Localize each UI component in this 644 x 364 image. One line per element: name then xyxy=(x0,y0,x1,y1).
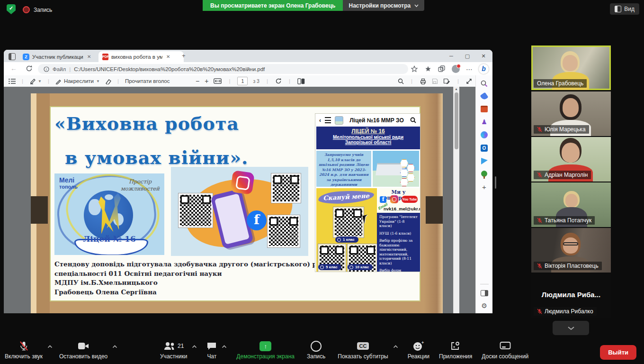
search-icon[interactable] xyxy=(398,78,404,84)
facebook-icon: f xyxy=(247,210,267,230)
leave-button[interactable]: Выйти xyxy=(600,345,636,360)
invitation-text: Запрошуємо учнів 1,5,10 класів до шкільн… xyxy=(316,151,371,187)
muted-mic-icon xyxy=(537,309,542,314)
drop-icon[interactable] xyxy=(481,158,488,164)
close-button[interactable]: ✕ xyxy=(475,53,492,59)
draw-tool[interactable]: Накреслити ▼ xyxy=(55,78,100,84)
address-scheme: Файл xyxy=(53,66,66,72)
view-options-button[interactable]: Настройки просмотра xyxy=(343,0,424,11)
chevron-up-icon[interactable] xyxy=(393,345,398,348)
chat-icon xyxy=(206,341,217,351)
apps-button[interactable]: Приложения xyxy=(439,340,472,360)
sidebar-search-icon[interactable] xyxy=(481,80,488,87)
chevron-down-icon: ▼ xyxy=(38,79,42,83)
shopping-icon[interactable] xyxy=(480,92,488,100)
fullscreen-icon[interactable] xyxy=(466,78,472,84)
print-icon[interactable] xyxy=(420,78,427,84)
tab-groups-icon[interactable] xyxy=(438,65,446,73)
video-tile-viktoriia[interactable]: Вікторія Пластовець xyxy=(531,228,611,273)
participants-button[interactable]: 21 Участники xyxy=(160,340,187,360)
zoom-in-icon[interactable]: + xyxy=(205,77,208,85)
video-tile-adrian[interactable]: Адріан Марголін xyxy=(531,137,611,182)
notification-dot xyxy=(456,64,461,68)
record-button[interactable]: Запись xyxy=(307,340,325,360)
school-photo xyxy=(373,151,419,187)
collections-icon[interactable] xyxy=(424,65,432,73)
recording-dot-icon xyxy=(23,6,30,13)
muted-mic-icon xyxy=(537,218,542,223)
eraser-icon[interactable] xyxy=(104,78,111,84)
participant-name: Людмила Рибалко xyxy=(545,308,593,315)
back-icon[interactable]: ← xyxy=(10,64,17,72)
page-view-icon[interactable] xyxy=(297,78,305,84)
cc-icon: CC xyxy=(357,342,369,350)
instagram-icon xyxy=(230,170,255,195)
toc-icon[interactable] xyxy=(9,78,16,84)
menu-icon xyxy=(325,117,331,123)
participants-icon xyxy=(163,341,176,351)
profile-avatar[interactable] xyxy=(452,65,460,73)
close-tab-icon[interactable]: ✕ xyxy=(87,54,91,59)
chevron-down-icon xyxy=(414,4,419,7)
video-tile-olena[interactable]: Олена Грабовець xyxy=(531,46,611,90)
zoom-out-icon[interactable]: − xyxy=(196,77,199,85)
fit-width-icon[interactable] xyxy=(214,78,222,84)
favorite-add-icon[interactable] xyxy=(411,65,418,73)
tools-icon[interactable] xyxy=(481,106,488,112)
video-tile-liudmyla[interactable]: Людмила Риба... Людмила Рибалко xyxy=(531,273,611,318)
site-title: Ліцей №16 ММР ЗО xyxy=(347,117,406,124)
navbar-actions: ⋯ b xyxy=(411,64,489,74)
address-bar[interactable]: i Файл | C:/Users/UNICEF/Desktop/виховна… xyxy=(38,64,408,74)
chevron-up-icon[interactable] xyxy=(112,345,117,348)
bing-icon[interactable]: b xyxy=(479,64,489,74)
read-aloud-button[interactable]: Прочитати вголос xyxy=(125,78,170,84)
page-number-input[interactable]: 1 xyxy=(237,77,248,85)
security-shield-icon: ✓ xyxy=(7,4,16,14)
share-screen-button[interactable]: ↑ Демонстрация экрана xyxy=(236,340,295,360)
panel-resize-handle[interactable] xyxy=(495,176,496,189)
video-tile-yuliia[interactable]: Юлія Марецька xyxy=(531,91,611,136)
school-banner: ЛІЦЕЙ № 16 Мелітопольської міської ради … xyxy=(316,127,420,149)
reactions-button[interactable]: + Реакции xyxy=(408,340,429,360)
video-tile-tatyana[interactable]: Татьяна Потапчук xyxy=(531,182,611,227)
pdf-scrollbar[interactable]: ▲ xyxy=(453,87,459,313)
view-button[interactable]: Вид xyxy=(610,3,639,15)
captions-button[interactable]: CC Показать субтитры xyxy=(338,340,388,360)
tab-zoom-participant[interactable]: Z Участник публикации - Zoom ✕ xyxy=(19,51,103,62)
more-menu-icon[interactable]: ⋯ xyxy=(466,65,473,73)
workspaces-icon[interactable] xyxy=(9,53,16,60)
chevron-up-icon[interactable] xyxy=(222,345,227,348)
back-icon: ‹ xyxy=(319,117,321,124)
tree-icon[interactable] xyxy=(481,171,487,177)
minimize-button[interactable]: ─ xyxy=(443,53,459,59)
chevron-up-icon[interactable] xyxy=(47,345,53,348)
save-icon xyxy=(432,78,438,84)
copilot-icon[interactable] xyxy=(481,131,488,138)
tab-pdf-active[interactable]: PDF виховна робота в умовах війн ✕ xyxy=(98,51,184,62)
page-count: з 3 xyxy=(253,78,259,84)
address-url: C:/Users/UNICEF/Desktop/виховна%20робота… xyxy=(74,66,265,72)
chat-button[interactable]: Чат xyxy=(206,340,217,360)
scan-me-section: Скануй мене 1 клас 5 клас 10 клас xyxy=(316,188,377,272)
whiteboards-button[interactable]: Доски сообщений xyxy=(482,340,528,360)
save-as-icon[interactable] xyxy=(443,78,450,84)
highlight-tool[interactable]: ▼ xyxy=(29,78,42,84)
participant-name: Олена Грабовець xyxy=(537,80,583,87)
more-participants-button[interactable] xyxy=(553,321,589,335)
new-tab-button[interactable]: + xyxy=(182,52,186,59)
close-tab-icon[interactable]: ✕ xyxy=(166,54,170,59)
scrollbar-thumb[interactable] xyxy=(455,92,458,149)
unmute-button[interactable]: Включить звук xyxy=(5,340,43,360)
add-sidebar-app-button[interactable]: + xyxy=(482,183,486,191)
outlook-icon[interactable]: O xyxy=(481,145,488,152)
maximize-button[interactable]: ▢ xyxy=(459,53,475,59)
chevron-up-icon[interactable] xyxy=(192,345,197,348)
sidebar-toggle-icon[interactable] xyxy=(481,290,488,296)
stop-video-button[interactable]: Остановить видео xyxy=(59,340,107,360)
sidebar-settings-gear-icon[interactable]: ⚙ xyxy=(481,302,487,309)
games-icon[interactable]: ♟ xyxy=(481,118,487,125)
reload-icon[interactable] xyxy=(26,65,33,72)
rotate-icon[interactable] xyxy=(275,78,282,84)
recording-indicator[interactable]: Запись xyxy=(23,6,52,13)
zoom-favicon: Z xyxy=(23,54,29,60)
